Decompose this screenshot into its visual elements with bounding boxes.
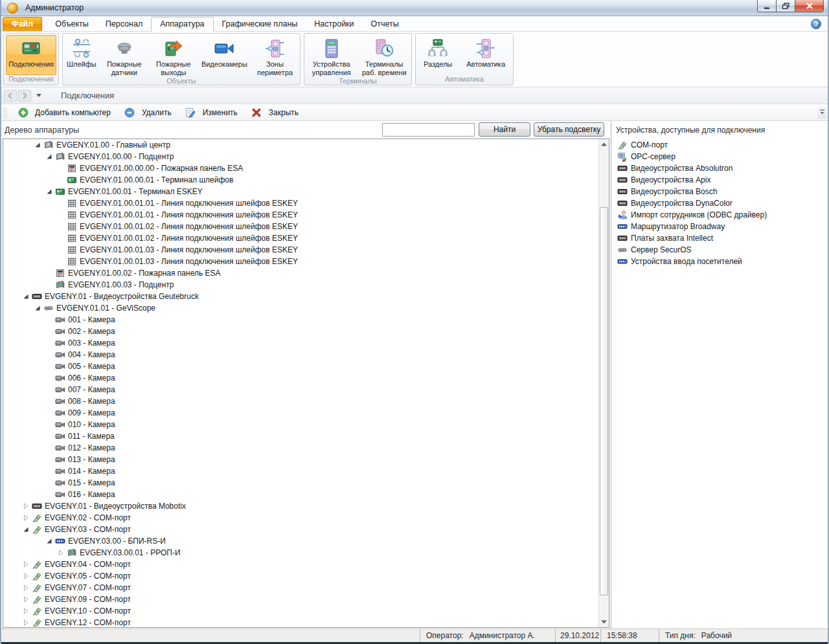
tree-row[interactable]: 009 - Камера	[4, 407, 598, 419]
expander-icon[interactable]	[44, 152, 54, 161]
tree-row[interactable]: 004 - Камера	[4, 349, 598, 361]
tree-row[interactable]: EVGENY.01.00.01.01 - Линия подключения ш…	[4, 197, 598, 209]
ribbon-button-fire-detectors[interactable]: Пожарные датчики	[100, 35, 149, 77]
tab-settings[interactable]: Настройки	[306, 17, 362, 31]
tree-row[interactable]: EVGENY.01.00.01.02 - Линия подключения ш…	[4, 221, 598, 232]
tree-row[interactable]: 006 - Камера	[4, 372, 598, 384]
toolbar-button-edit[interactable]: Изменить	[178, 105, 244, 120]
tree-row[interactable]: 015 - Камера	[4, 477, 598, 489]
list-item[interactable]: Видеоустройства DynaColor	[615, 197, 829, 209]
panel-divider[interactable]	[611, 121, 611, 628]
expander-icon[interactable]	[32, 140, 42, 150]
ribbon-button-video-cameras[interactable]: Видеокамеры	[198, 35, 251, 77]
tree-row[interactable]: 008 - Камера	[4, 395, 598, 407]
tree-row[interactable]: EVGENY.03.00 - БПИ-RS-И	[4, 535, 598, 547]
tree-row[interactable]: EVGENY.01 - Видеоустройства Mobotix	[4, 500, 598, 512]
expander-icon[interactable]	[21, 560, 30, 569]
scrollbar-thumb[interactable]	[600, 207, 608, 595]
tree-row[interactable]: EVGENY.01.00.03 - Подцентр	[4, 279, 598, 291]
tree-row[interactable]: EVGENY.01.00 - Главный центр	[4, 139, 598, 151]
search-input[interactable]	[382, 123, 475, 137]
expander-icon[interactable]	[21, 606, 30, 616]
tree-row[interactable]: EVGENY.01.01 - GeViScope	[4, 302, 598, 314]
tree-row[interactable]: 005 - Камера	[4, 361, 598, 372]
close-button[interactable]	[795, 0, 824, 12]
tree-row[interactable]: EVGENY.02 - COM-порт	[4, 512, 598, 524]
expander-icon[interactable]	[21, 292, 30, 301]
minimize-button[interactable]	[757, 0, 777, 12]
tree-row[interactable]: EVGENY.12 - COM-порт	[4, 617, 598, 627]
list-item[interactable]: Видеоустройства Absolutron	[615, 162, 829, 174]
expander-icon[interactable]	[44, 537, 54, 546]
history-dropdown[interactable]	[36, 94, 41, 97]
expander-icon[interactable]	[21, 583, 30, 592]
tree-row[interactable]: 014 - Камера	[4, 465, 598, 477]
tree-row[interactable]: 007 - Камера	[4, 384, 598, 395]
tree-row[interactable]: EVGENY.01.00.02 - Пожарная панель ESA	[4, 267, 598, 279]
toolbar-button-close[interactable]: Закрыть	[244, 105, 305, 120]
toolbar-button-add-computer[interactable]: Добавить компьютер	[10, 105, 117, 120]
tree-row[interactable]: EVGENY.04 - COM-порт	[4, 559, 598, 570]
expander-icon[interactable]	[21, 525, 30, 534]
tree-row[interactable]: EVGENY.01.00.01 - Терминал ESKEY	[4, 186, 598, 197]
list-item[interactable]: Видеоустройства Apix	[615, 174, 829, 186]
tree-row[interactable]: EVGENY.05 - COM-порт	[4, 570, 598, 582]
tree-row[interactable]: 012 - Камера	[4, 442, 598, 454]
ribbon-button-time-terminals[interactable]: Терминалы раб. времени	[358, 35, 411, 77]
list-item[interactable]: Видеоустройства Bosch	[615, 186, 829, 197]
find-button[interactable]: Найти	[479, 122, 530, 137]
tab-plans[interactable]: Графические планы	[214, 17, 306, 31]
tree-row[interactable]: 013 - Камера	[4, 454, 598, 465]
tree-row[interactable]: EVGENY.01.00.01.03 - Линия подключения ш…	[4, 256, 598, 267]
tree-row[interactable]: EVGENY.07 - COM-порт	[4, 582, 598, 594]
app-icon[interactable]	[7, 3, 18, 14]
tree-row[interactable]: 011 - Камера	[4, 430, 598, 442]
list-item[interactable]: Импорт сотрудников (ODBC драйвер)	[615, 209, 829, 221]
tree-row[interactable]: EVGENY.03.00.01 - РРОП-И	[4, 547, 598, 559]
tree-row[interactable]: EVGENY.09 - COM-порт	[4, 594, 598, 605]
toolbar-overflow-button[interactable]	[817, 106, 826, 119]
tree-row[interactable]: 010 - Камера	[4, 419, 598, 430]
list-item[interactable]: Платы захвата Intellect	[615, 232, 829, 244]
back-button[interactable]	[4, 90, 17, 102]
expander-icon[interactable]	[32, 304, 42, 313]
tree-row[interactable]: EVGENY.01.00.00.00 - Пожарная панель ESA	[4, 162, 598, 174]
tree-row[interactable]: EVGENY.01.00.01.01 - Линия подключения ш…	[4, 209, 598, 221]
tree-row[interactable]: 002 - Камера	[4, 326, 598, 337]
expander-icon[interactable]	[56, 548, 65, 557]
restore-button[interactable]	[777, 0, 795, 12]
ribbon-button-connections[interactable]: Подключения	[6, 35, 56, 75]
toolbar-button-delete[interactable]: Удалить	[117, 105, 178, 120]
tree-row[interactable]: EVGENY.03 - COM-порт	[4, 524, 598, 535]
expander-icon[interactable]	[44, 187, 54, 196]
list-item[interactable]: OPC-сервер	[615, 151, 829, 162]
list-item[interactable]: Устройства ввода посетителей	[615, 256, 829, 267]
forward-button[interactable]	[18, 90, 31, 102]
expander-icon[interactable]	[21, 572, 30, 581]
tree-row[interactable]: EVGENY.01.00.00 - Подцентр	[4, 151, 598, 162]
ribbon-button-automation[interactable]: Автоматика	[463, 35, 508, 75]
tree-scrollbar[interactable]	[598, 139, 609, 627]
tree-row[interactable]: EVGENY.01.00.01.02 - Линия подключения ш…	[4, 232, 598, 244]
tree-row[interactable]: EVGENY.01.00.01.03 - Линия подключения ш…	[4, 244, 598, 256]
tree-row[interactable]: EVGENY.01.00.00.01 - Терминал шлейфов	[4, 174, 598, 186]
ribbon-button-fire-exits[interactable]: Пожарные выходы	[149, 35, 198, 77]
list-item[interactable]: COM-порт	[615, 139, 829, 151]
tab-objects[interactable]: Объекты	[47, 17, 97, 31]
tab-hardware[interactable]: Аппаратура	[151, 17, 213, 32]
tree-row[interactable]: EVGENY.01 - Видеоустройства Geutebruck	[4, 291, 598, 302]
tree-row[interactable]: 003 - Камера	[4, 337, 598, 349]
tree-row[interactable]: 016 - Камера	[4, 489, 598, 500]
ribbon-button-partitions[interactable]: Разделы	[420, 35, 455, 75]
ribbon-button-control-devices[interactable]: Устройства управления	[305, 35, 358, 77]
expander-icon[interactable]	[21, 595, 30, 604]
scroll-up-button[interactable]	[599, 139, 609, 150]
clear-highlight-button[interactable]: Убрать подсветку	[534, 122, 604, 137]
expander-icon[interactable]	[21, 513, 30, 522]
tree-row[interactable]: EVGENY.10 - COM-порт	[4, 605, 598, 617]
tab-personnel[interactable]: Персонал	[97, 17, 151, 31]
ribbon-button-loops[interactable]: Шлейфы	[63, 35, 100, 77]
help-button[interactable]: ?	[811, 19, 821, 29]
tab-reports[interactable]: Отчеты	[363, 17, 407, 31]
scroll-down-button[interactable]	[599, 617, 609, 627]
